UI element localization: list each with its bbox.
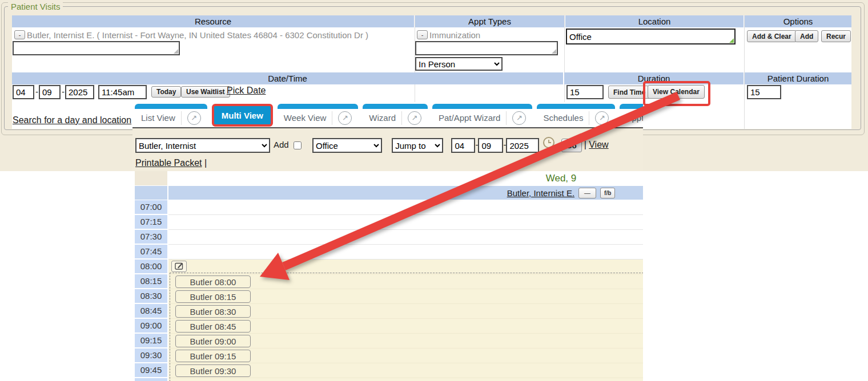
header-patient-duration: Patient Duration: [745, 72, 851, 84]
location-input-wrap: [566, 29, 736, 44]
tab-label: Schedules: [543, 113, 583, 123]
time-slot-label: 08:15: [135, 274, 167, 288]
calendar-row: 08:00: [132, 260, 643, 274]
calendar-slot-cell[interactable]: Butler 08:15: [168, 289, 643, 304]
calendar-slot-cell[interactable]: [168, 230, 643, 245]
calendar-day-input[interactable]: [478, 138, 503, 153]
year-input[interactable]: [65, 85, 94, 99]
open-new-icon[interactable]: ↗: [332, 111, 352, 125]
location-select[interactable]: Office: [312, 138, 382, 153]
appointment-button[interactable]: Butler 08:00: [175, 275, 251, 288]
cell-filler: [168, 378, 643, 381]
resource-input-wrap: [13, 41, 180, 55]
add-checkbox[interactable]: [294, 141, 302, 149]
visit-mode-select[interactable]: In Person: [415, 57, 503, 71]
resource-search-input[interactable]: [13, 41, 180, 55]
calendar-row: 07:15: [132, 215, 643, 230]
header-options: Options: [745, 15, 851, 27]
calendar-slot-cell[interactable]: Butler 09:00: [168, 334, 643, 348]
pipe-text: |: [202, 158, 207, 168]
collapse-column-button[interactable]: —: [578, 188, 596, 198]
appointment-button[interactable]: Butler 09:30: [175, 364, 251, 377]
search-day-location-link[interactable]: Search for a day and location: [13, 115, 131, 125]
tab-multi-view[interactable]: Multi View: [212, 104, 273, 127]
duration-input[interactable]: [566, 85, 604, 99]
resource-header-row: Butler, Internist E. — f/b: [168, 186, 643, 200]
calendar-corner-cell: [135, 171, 167, 185]
open-new-icon[interactable]: ↗: [589, 111, 609, 125]
calendar-row: 08:45Butler 08:30: [132, 304, 643, 319]
today-button[interactable]: Today: [151, 86, 181, 98]
calendar-slot-cell[interactable]: Butler 08:00: [168, 274, 643, 289]
calendar-slot-cell[interactable]: Butler 09:30: [168, 363, 643, 378]
appointment-button[interactable]: Butler 09:00: [175, 335, 251, 347]
calendar-slot-cell[interactable]: [168, 260, 643, 274]
appt-type-selected-text: Immunization: [429, 30, 480, 40]
calendar-slot-cell[interactable]: [168, 200, 643, 215]
add-button[interactable]: Add: [795, 30, 818, 42]
appt-types-input-wrap: [415, 41, 558, 55]
resource-name-link[interactable]: Butler, Internist E.: [507, 188, 574, 198]
calendar-slot-cell[interactable]: [168, 215, 643, 230]
tab-appt-types[interactable]: Appt Types ↗: [620, 104, 643, 127]
time-slot-label: 07:45: [135, 245, 167, 258]
open-new-icon[interactable]: ↗: [401, 111, 421, 125]
tab-week-view[interactable]: Week View ↗: [278, 104, 358, 127]
time-slot-label: 09:45: [135, 363, 167, 377]
header-location: Location: [565, 15, 744, 27]
add-clear-button[interactable]: Add & Clear: [747, 30, 797, 42]
calendar-slot-cell[interactable]: Butler 09:15: [168, 348, 643, 363]
appointment-button[interactable]: Butler 09:15: [175, 350, 251, 362]
time-slot-label: 07:00: [135, 200, 167, 214]
header-resource: Resource: [12, 15, 414, 27]
calendar-row: 07:45: [132, 245, 643, 260]
location-input[interactable]: [566, 29, 736, 44]
time-slot-label: 07:15: [135, 215, 167, 229]
calendar-row: 07:30: [132, 230, 643, 245]
time-slot-label: 08:45: [135, 304, 167, 318]
tab-schedules[interactable]: Schedules ↗: [537, 104, 615, 127]
clock-icon[interactable]: [542, 136, 555, 155]
provider-select[interactable]: Butler, Internist: [135, 138, 270, 153]
calendar-month-input[interactable]: [451, 138, 475, 153]
tab-label: Wizard: [369, 113, 396, 123]
tab-label: Week View: [284, 113, 326, 123]
jump-to-select[interactable]: Jump to: [392, 138, 443, 153]
calendar-slot-cell[interactable]: [168, 245, 643, 260]
open-new-icon[interactable]: ↗: [506, 111, 526, 125]
appt-types-collapse-button[interactable]: -: [417, 30, 428, 39]
calendar-toolbar: Butler, Internist Add Office Jump to -- …: [132, 128, 643, 171]
tab-label: Appt Types: [626, 113, 643, 123]
appointment-button[interactable]: Butler 08:45: [175, 320, 251, 333]
header-appt-types: Appt Types: [415, 15, 564, 27]
recur-button[interactable]: Recur: [821, 30, 851, 42]
tab-wizard[interactable]: Wizard ↗: [363, 104, 428, 127]
appointment-button[interactable]: Butler 08:15: [175, 290, 251, 303]
day-input[interactable]: [39, 85, 61, 99]
calendar-slot-cell[interactable]: Butler 08:30: [168, 304, 643, 319]
tab-pat-appt-wizard[interactable]: Pat/Appt Wizard ↗: [432, 104, 532, 127]
calendar-slot-cell[interactable]: Butler 08:45: [168, 319, 643, 334]
appt-types-search-input[interactable]: [415, 41, 558, 55]
header-datetime: Date/Time: [12, 72, 563, 84]
open-new-icon[interactable]: ↗: [181, 111, 201, 125]
appointment-button[interactable]: Butler 08:30: [175, 305, 251, 318]
resource-selected-text: Butler, Internist E. ( Internist - Fort …: [27, 30, 368, 40]
resource-header-gutter: [135, 186, 167, 200]
fb-button[interactable]: f/b: [600, 188, 615, 198]
resource-collapse-button[interactable]: -: [14, 30, 25, 39]
time-input[interactable]: [98, 85, 147, 99]
patient-duration-input[interactable]: [747, 85, 781, 99]
tab-list-view[interactable]: List View ↗: [135, 104, 207, 127]
pipe-text: |: [584, 140, 589, 149]
go-button[interactable]: Go: [561, 139, 582, 152]
edit-slot-icon[interactable]: [171, 261, 187, 272]
month-input[interactable]: [13, 85, 34, 99]
view-calendar-highlight: [643, 81, 710, 106]
tab-label: Multi View: [222, 111, 263, 120]
time-slot-label: 09:15: [135, 334, 167, 347]
calendar-year-input[interactable]: [506, 138, 539, 153]
tab-label: List View: [141, 113, 175, 123]
use-waitlist-button[interactable]: Use Waitlist: [181, 86, 230, 98]
pick-date-link[interactable]: Pick Date: [227, 86, 266, 96]
